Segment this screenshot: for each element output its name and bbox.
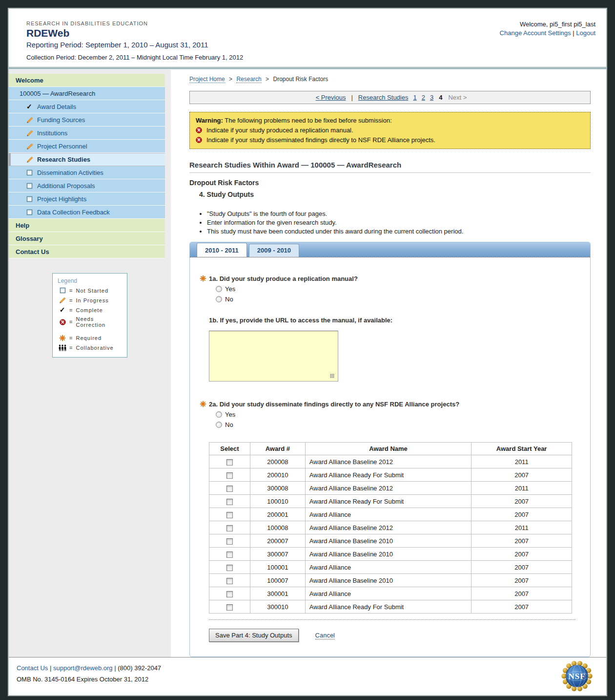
sidebar-item-project-personnel[interactable]: Project Personnel (9, 140, 165, 153)
select-checkbox[interactable] (226, 486, 233, 492)
select-checkbox[interactable] (226, 512, 233, 518)
sidebar-item-funding-sources[interactable]: Funding Sources (9, 113, 165, 127)
omb-notice: OMB No. 3145-0164 Expires October 31, 20… (17, 676, 598, 683)
radio-button[interactable] (216, 422, 222, 428)
sidebar-item-welcome[interactable]: Welcome (9, 74, 165, 87)
next-page-link-disabled: Next > (448, 94, 467, 101)
sidebar-item-additional-proposals[interactable]: Additional Proposals (9, 179, 165, 192)
select-checkbox[interactable] (226, 565, 233, 571)
q2a-option-no[interactable]: No (216, 421, 575, 428)
award-name-cell: Award Alliance Baseline 2010 (305, 548, 471, 561)
radio-label: No (225, 421, 233, 428)
sidebar-item-label: Funding Sources (37, 116, 85, 124)
sidebar-item-project-highlights[interactable]: Project Highlights (9, 192, 165, 206)
select-checkbox[interactable] (226, 499, 233, 505)
question-1a: 1a. Did your study produce a replication… (209, 275, 575, 303)
sidebar-item-glossary[interactable]: Glossary (9, 232, 165, 245)
q1a-option-yes[interactable]: Yes (216, 285, 575, 293)
instruction-bullet: This study must have been conducted unde… (207, 228, 591, 235)
footer-contact-link[interactable]: Contact Us (17, 664, 48, 672)
select-checkbox[interactable] (226, 538, 233, 545)
resize-grip-icon[interactable] (330, 374, 334, 378)
equals-sign: = (69, 319, 73, 325)
select-checkbox[interactable] (226, 525, 233, 531)
radio-label: Yes (225, 411, 235, 418)
research-studies-link[interactable]: Research Studies (358, 94, 409, 101)
sidebar-item-data-collection-feedback[interactable]: Data Collection Feedback (9, 206, 165, 219)
awards-table: SelectAward #Award NameAward Start Year … (209, 442, 572, 614)
previous-page-link[interactable]: < Previous (316, 94, 346, 101)
column-header: Award Start Year (472, 443, 572, 455)
warning-item-text: Indicate if your study disseminated find… (206, 136, 435, 144)
legend-item: =Not Started (58, 287, 122, 294)
sidebar-item-contact-us[interactable]: Contact Us (9, 245, 165, 258)
tab-2010-2011[interactable]: 2010 - 2011 (197, 243, 247, 257)
not-started-icon (26, 209, 33, 215)
legend-item: ✓=Complete (58, 307, 122, 313)
breadcrumb-research-link[interactable]: Research (236, 76, 261, 83)
award-start-year-cell: 2007 (472, 561, 572, 574)
award-number-cell: 300007 (250, 548, 305, 561)
footer-separator: | (50, 664, 51, 672)
select-checkbox[interactable] (226, 604, 233, 611)
award-name-cell: Award Alliance (305, 508, 471, 521)
select-checkbox[interactable] (226, 552, 233, 558)
award-start-year-cell: 2007 (472, 600, 572, 614)
save-button[interactable]: Save Part 4: Study Outputs (209, 629, 299, 642)
needs-correction-icon (196, 137, 202, 143)
sidebar-item-help[interactable]: Help (9, 219, 165, 232)
select-checkbox[interactable] (226, 472, 233, 479)
section-title: Research Studies Within Award — 100005 —… (189, 161, 591, 173)
radio-button[interactable] (216, 296, 222, 302)
select-checkbox[interactable] (226, 591, 233, 597)
page-link-2[interactable]: 2 (422, 94, 425, 101)
current-page-number: 4 (439, 94, 442, 101)
award-number-cell: 100008 (250, 521, 305, 534)
collection-period: Collection Period: December 2, 2011 – Mi… (26, 54, 594, 61)
logout-link[interactable]: Logout (576, 29, 595, 37)
svg-text:NSF: NSF (568, 672, 585, 681)
select-checkbox[interactable] (226, 578, 233, 584)
award-name-cell: Award Alliance Ready For Submit (305, 600, 471, 614)
pencil-icon (26, 156, 34, 163)
cancel-link[interactable]: Cancel (315, 632, 335, 639)
radio-button[interactable] (216, 286, 222, 292)
table-row: 100007Award Alliance Baseline 20102007 (209, 574, 572, 587)
sidebar-item-institutions[interactable]: Institutions (9, 127, 165, 140)
footer-email-link[interactable]: support@rdeweb.org (53, 664, 113, 672)
breadcrumb-project-home-link[interactable]: Project Home (189, 76, 225, 83)
user-area: Welcome, pi5_first pi5_last Change Accou… (500, 21, 595, 37)
sidebar-item-label: Research Studies (37, 156, 90, 163)
award-number-cell: 200008 (250, 455, 305, 468)
change-account-settings-link[interactable]: Change Account Settings (500, 29, 571, 37)
award-name-cell: Award Alliance Baseline 2010 (305, 534, 471, 548)
page-link-3[interactable]: 3 (430, 94, 433, 101)
radio-button[interactable] (216, 411, 222, 418)
table-row: 300001Award Alliance2007 (209, 587, 572, 600)
manual-url-textarea[interactable] (209, 331, 338, 382)
sidebar-item-dissemination-activities[interactable]: Dissemination Activities (9, 166, 165, 179)
sidebar-item-100005-awardresearch[interactable]: 100005 — AwardResearch (9, 87, 165, 100)
sidebar-item-label: Award Details (37, 103, 76, 110)
sidebar-item-research-studies[interactable]: Research Studies (9, 153, 165, 166)
needs-correction-icon (196, 127, 202, 133)
page-link-1[interactable]: 1 (413, 94, 416, 101)
select-checkbox[interactable] (226, 459, 233, 466)
not-started-icon (26, 183, 33, 189)
tab-2009-2010[interactable]: 2009 - 2010 (249, 244, 299, 257)
award-number-cell: 200001 (250, 508, 305, 521)
question-1a-label: 1a. Did your study produce a replication… (209, 275, 575, 282)
equals-sign: = (69, 288, 73, 294)
legend-title: Legend (58, 277, 122, 284)
needs-correction-icon (60, 319, 66, 325)
column-header: Award # (250, 443, 305, 455)
q2a-option-yes[interactable]: Yes (216, 411, 575, 418)
q1a-option-no[interactable]: No (216, 296, 575, 303)
breadcrumb: Project Home > Research > Dropout Risk F… (189, 76, 591, 83)
legend-item-label: Collaborative (76, 345, 113, 351)
table-row: 200010Award Alliance Ready For Submit200… (209, 468, 572, 482)
legend-item-label: In Progress (76, 297, 108, 303)
page-part-title: 4. Study Outputs (199, 191, 591, 198)
sidebar-item-award-details[interactable]: ✓Award Details (9, 100, 165, 113)
award-start-year-cell: 2007 (472, 495, 572, 508)
